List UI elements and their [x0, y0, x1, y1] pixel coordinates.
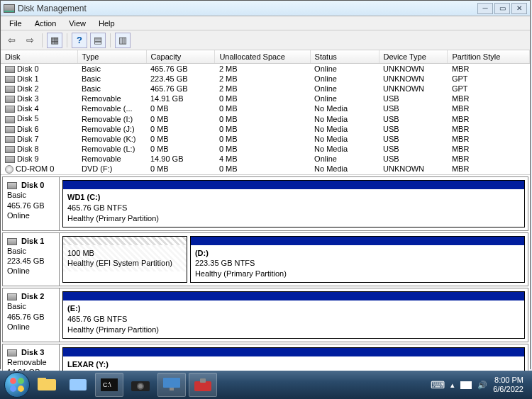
disk-row[interactable]: Disk 1Basic223.45 GB2 MBOnlineUNKNOWNGPT [1, 74, 530, 84]
disk-icon [5, 96, 15, 103]
disk-row[interactable]: Disk 4Removable (...0 MB0 MBNo MediaUSBM… [1, 103, 530, 113]
disk-icon [5, 126, 15, 133]
svg-rect-14 [194, 381, 211, 391]
taskbar-cmd-icon[interactable]: C:\ [95, 373, 123, 397]
column-header[interactable]: Partition Style [448, 50, 530, 64]
column-header[interactable]: Device Type [379, 50, 448, 64]
partition-bar [63, 348, 524, 356]
properties-button[interactable]: ▤ [90, 33, 106, 48]
partition-area: WD1 (C:)465.76 GB NTFSHealthy (Primary P… [60, 177, 528, 230]
svg-rect-12 [163, 378, 180, 388]
svg-point-1 [18, 378, 24, 384]
column-header[interactable]: Capacity [146, 50, 215, 64]
partition-bar [63, 237, 187, 245]
volume-icon[interactable]: 🔊 [477, 381, 487, 390]
partition[interactable]: (D:)223.35 GB NTFSHealthy (Primary Parti… [190, 236, 525, 283]
disk-icon [5, 146, 15, 153]
disk-icon [5, 136, 15, 143]
help-button[interactable]: ? [72, 33, 87, 48]
partition[interactable]: 100 MBHealthy (EFI System Partition) [62, 236, 187, 283]
cd-icon [5, 165, 13, 174]
taskbar-monitor-icon[interactable] [157, 373, 186, 397]
column-header[interactable]: Type [77, 50, 146, 64]
disk-diagram-row[interactable]: Disk 3Removable14.91 GBOnlineLEXAR (Y:)1… [2, 344, 528, 373]
menu-action[interactable]: Action [29, 18, 62, 29]
clock[interactable]: 8:00 PM 6/6/2022 [493, 376, 528, 394]
partition-info: (D:)223.35 GB NTFSHealthy (Primary Parti… [191, 245, 524, 283]
partition-area: LEXAR (Y:)14.91 GB FAT32Healthy (Active,… [60, 344, 528, 373]
svg-rect-15 [200, 378, 206, 383]
svg-rect-5 [38, 378, 46, 382]
system-tray[interactable]: ⌨ ▴ 🔊 8:00 PM 6/6/2022 [431, 376, 528, 394]
menu-file[interactable]: File [4, 18, 28, 29]
column-header[interactable]: Disk [1, 50, 77, 64]
disk-icon [5, 86, 15, 93]
toolbar: ⇦ ⇨ ▦ ? ▤ ▥ [1, 30, 530, 50]
disk-header: Disk 3Removable14.91 GBOnline [3, 344, 60, 373]
disk-diagram-row[interactable]: Disk 0Basic465.76 GBOnlineWD1 (C:)465.76… [2, 176, 528, 231]
disk-diagram-row[interactable]: Disk 2Basic465.76 GBOnline (E:)465.76 GB… [2, 288, 528, 342]
disk-diagram-pane[interactable]: Disk 0Basic465.76 GBOnlineWD1 (C:)465.76… [1, 175, 530, 373]
partition[interactable]: WD1 (C:)465.76 GB NTFSHealthy (Primary P… [62, 180, 525, 227]
disk-management-window: Disk Management ─ ▭ ✕ File Action View H… [0, 0, 531, 369]
partition[interactable]: (E:)465.76 GB NTFSHealthy (Primary Parti… [62, 291, 525, 339]
partition-bar [63, 181, 524, 189]
svg-rect-13 [170, 388, 174, 390]
disk-row[interactable]: Disk 8Removable (L:)0 MB0 MBNo MediaUSBM… [1, 144, 530, 154]
column-headers[interactable]: DiskTypeCapacityUnallocated SpaceStatusD… [1, 50, 530, 64]
titlebar[interactable]: Disk Management ─ ▭ ✕ [1, 1, 530, 16]
taskbar-toolbox-icon[interactable] [189, 373, 217, 397]
svg-rect-6 [70, 379, 87, 390]
partition-info: 100 MBHealthy (EFI System Partition) [63, 245, 187, 272]
partition-info: (E:)465.76 GB NTFSHealthy (Primary Parti… [63, 300, 524, 338]
disk-diagram-row[interactable]: Disk 1Basic223.45 GBOnline100 MBHealthy … [2, 232, 528, 287]
disk-icon [5, 156, 15, 163]
partition-area: (E:)465.76 GB NTFSHealthy (Primary Parti… [60, 288, 528, 342]
menubar: File Action View Help [1, 16, 530, 30]
partition-info: WD1 (C:)465.76 GB NTFSHealthy (Primary P… [63, 189, 524, 227]
svg-point-2 [10, 386, 16, 392]
separator [110, 33, 111, 47]
disk-row[interactable]: Disk 0Basic465.76 GB2 MBOnlineUNKNOWNMBR [1, 64, 530, 74]
disk-row[interactable]: Disk 3Removable14.91 GB0 MBOnlineUSBMBR [1, 94, 530, 103]
maximize-button[interactable]: ▭ [494, 3, 510, 14]
partition[interactable]: LEXAR (Y:)14.91 GB FAT32Healthy (Active,… [62, 347, 525, 373]
separator [67, 33, 67, 47]
refresh-button[interactable]: ▦ [47, 33, 62, 48]
back-button[interactable]: ⇦ [4, 33, 19, 48]
column-header[interactable]: Unallocated Space [215, 50, 310, 64]
tray-chevron-icon[interactable]: ▴ [450, 381, 455, 390]
disk-icon [5, 76, 15, 83]
taskbar-explorer-icon[interactable] [33, 373, 61, 397]
menu-view[interactable]: View [63, 18, 92, 29]
svg-point-0 [10, 378, 16, 384]
start-button[interactable] [4, 372, 30, 398]
minimize-button[interactable]: ─ [477, 3, 493, 14]
disk-row[interactable]: Disk 5Removable (I:)0 MB0 MBNo MediaUSBM… [1, 113, 530, 123]
disk-icon [5, 66, 15, 73]
disk-icon [4, 4, 15, 13]
settings-button[interactable]: ▥ [115, 33, 131, 48]
disk-row[interactable]: Disk 2Basic465.76 GB2 MBOnlineUNKNOWNGPT [1, 84, 530, 94]
svg-point-3 [18, 386, 24, 392]
separator [42, 33, 43, 47]
forward-button[interactable]: ⇨ [22, 33, 38, 48]
svg-point-11 [138, 384, 143, 388]
close-button[interactable]: ✕ [511, 3, 527, 14]
disk-row[interactable]: Disk 9Removable14.90 GB4 MBOnlineUSBMBR [1, 154, 530, 164]
partition-bar [191, 237, 524, 245]
disk-row[interactable]: Disk 6Removable (J:)0 MB0 MBNo MediaUSBM… [1, 124, 530, 134]
disk-row[interactable]: Disk 7Removable (K:)0 MB0 MBNo MediaUSBM… [1, 134, 530, 144]
taskbar-app-icon[interactable] [64, 373, 92, 397]
partition-bar [63, 292, 524, 300]
column-header[interactable]: Status [310, 50, 379, 64]
menu-help[interactable]: Help [93, 18, 121, 29]
disk-row[interactable]: CD-ROM 0DVD (F:)0 MB0 MBNo MediaUNKNOWNM… [1, 164, 530, 174]
keyboard-icon[interactable]: ⌨ [431, 379, 445, 390]
disk-icon [5, 116, 15, 123]
taskbar[interactable]: C:\ ⌨ ▴ 🔊 8:00 PM 6/6/2022 [0, 371, 532, 399]
action-center-icon[interactable] [460, 381, 472, 389]
taskbar-camera-icon[interactable] [126, 373, 155, 397]
disk-header: Disk 2Basic465.76 GBOnline [3, 288, 60, 342]
disk-list[interactable]: DiskTypeCapacityUnallocated SpaceStatusD… [1, 50, 530, 175]
